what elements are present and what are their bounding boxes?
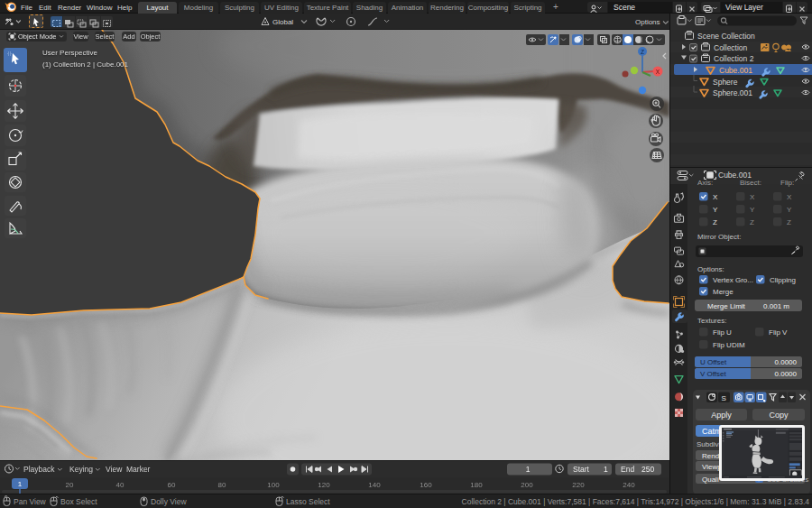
svg-text:Z: Z [787, 218, 791, 226]
svg-text:Axis:: Axis: [697, 179, 713, 187]
svg-text:180: 180 [470, 481, 483, 489]
svg-text:Sphere: Sphere [713, 78, 738, 87]
svg-text:Flip UDIM: Flip UDIM [713, 341, 745, 349]
svg-text:Textures:: Textures: [697, 317, 726, 325]
svg-text:220: 220 [572, 481, 585, 489]
svg-text:20: 20 [66, 481, 74, 489]
svg-text:Bisect:: Bisect: [740, 179, 761, 187]
svg-text:Y: Y [750, 206, 755, 214]
svg-text:Cube.001: Cube.001 [719, 66, 752, 75]
svg-text:80: 80 [218, 481, 226, 489]
svg-text:Playback: Playback [23, 465, 55, 474]
svg-text:Collection: Collection [714, 43, 748, 52]
svg-text:0.0000: 0.0000 [775, 358, 798, 366]
svg-text:Merge: Merge [713, 288, 734, 296]
svg-text:Sphere.001: Sphere.001 [713, 88, 752, 97]
svg-text:Collection 2 | Cube.001 | Vert: Collection 2 | Cube.001 | Verts:7,581 | … [462, 497, 810, 506]
svg-text:Marker: Marker [126, 465, 151, 474]
svg-text:0.0000: 0.0000 [775, 370, 798, 378]
svg-text:100: 100 [267, 481, 280, 489]
svg-text:Keying: Keying [69, 465, 93, 474]
svg-text:X: X [787, 193, 792, 201]
svg-text:Options:: Options: [697, 265, 724, 273]
svg-text:Y: Y [787, 206, 792, 214]
svg-text:1: 1 [18, 480, 23, 488]
svg-text:Copy: Copy [769, 411, 789, 420]
svg-text:40: 40 [116, 481, 125, 489]
svg-text:120: 120 [318, 481, 330, 489]
svg-text:Z: Z [713, 218, 717, 226]
svg-text:Z: Z [641, 49, 644, 55]
svg-text:Flip V: Flip V [769, 328, 788, 337]
svg-text:S: S [722, 394, 726, 402]
svg-text:1: 1 [526, 465, 531, 474]
svg-text:End: End [621, 465, 634, 474]
svg-text:160: 160 [420, 481, 432, 489]
svg-text:60: 60 [168, 481, 176, 489]
svg-text:Lasso Select: Lasso Select [286, 497, 330, 506]
svg-text:200: 200 [521, 481, 533, 489]
svg-text:140: 140 [368, 481, 381, 489]
svg-text:Flip:: Flip: [780, 179, 794, 187]
svg-text:Quali: Quali [702, 476, 719, 484]
svg-text:Box Select: Box Select [60, 497, 97, 506]
svg-text:Pan View: Pan View [14, 497, 47, 506]
svg-text:X: X [750, 193, 755, 201]
svg-text:Y: Y [713, 206, 718, 214]
svg-text:240: 240 [623, 481, 635, 489]
svg-text:0.001 m: 0.001 m [763, 302, 789, 310]
svg-text:Mirror Object:: Mirror Object: [697, 233, 741, 241]
svg-text:V Offset: V Offset [700, 370, 727, 378]
svg-text:Z: Z [750, 218, 754, 226]
svg-text:Start: Start [573, 465, 590, 474]
svg-text:X: X [656, 69, 660, 75]
svg-text:X: X [713, 193, 718, 201]
svg-text:Dolly View: Dolly View [151, 497, 187, 506]
svg-text:Apply: Apply [711, 411, 732, 420]
svg-text:Merge Limit: Merge Limit [707, 302, 746, 310]
svg-text:Scene Collection: Scene Collection [697, 32, 755, 41]
svg-text:Collection 2: Collection 2 [714, 54, 754, 63]
svg-text:View: View [106, 465, 123, 474]
svg-text:Vertex Gro...: Vertex Gro... [713, 276, 753, 284]
svg-text:1: 1 [604, 465, 608, 474]
svg-text:Clipping: Clipping [770, 276, 796, 284]
svg-text:250: 250 [641, 465, 654, 474]
svg-text:U Offset: U Offset [700, 358, 727, 366]
svg-text:Flip U: Flip U [713, 328, 732, 337]
